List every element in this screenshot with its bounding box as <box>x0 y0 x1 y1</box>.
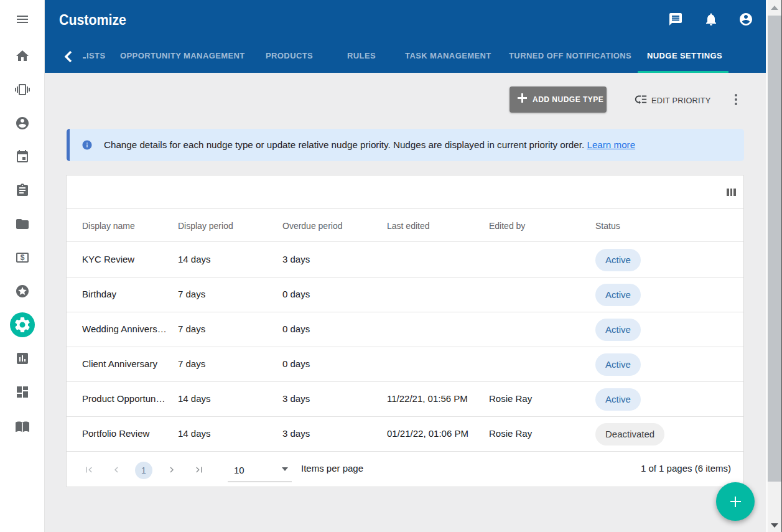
svg-text:$: $ <box>21 253 25 262</box>
